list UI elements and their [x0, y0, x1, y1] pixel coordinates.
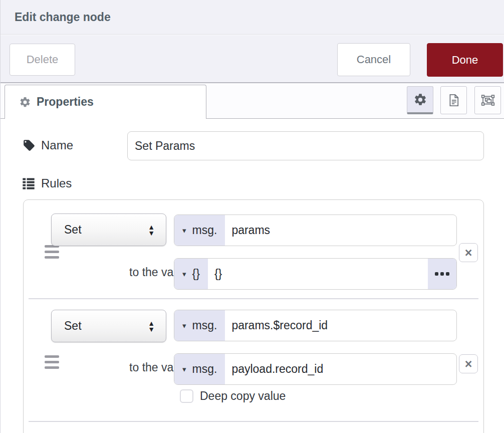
object-group-icon — [481, 93, 495, 107]
to-the-value-label: to the value — [54, 266, 189, 279]
name-label: Name — [41, 138, 73, 152]
remove-rule-button[interactable]: × — [459, 354, 478, 373]
property-type-button[interactable]: ▾ msg. — [174, 215, 225, 246]
remove-rule-button[interactable]: × — [459, 243, 478, 262]
rule-divider — [29, 421, 478, 422]
document-icon — [447, 93, 461, 107]
ellipsis-icon — [435, 272, 438, 276]
deep-copy-label: Deep copy value — [200, 389, 286, 403]
value-type-label: {} — [192, 267, 200, 281]
cancel-button[interactable]: Cancel — [337, 43, 410, 76]
rule-action-select[interactable]: Set ▲▼ — [51, 310, 166, 342]
caret-down-icon: ▾ — [182, 226, 186, 235]
dialog-title: Edit change node — [15, 0, 111, 35]
property-type-label: msg. — [192, 224, 217, 237]
to-the-value-label: to the value — [54, 361, 189, 374]
delete-button[interactable]: Delete — [10, 44, 75, 76]
dialog-button-bar: Delete Cancel Done — [1, 35, 504, 83]
rule-action-select[interactable]: Set ▲▼ — [51, 213, 166, 246]
properties-tab-button[interactable] — [407, 86, 433, 114]
edit-change-node-dialog: Edit change node Delete Cancel Done Prop… — [0, 0, 504, 433]
expand-editor-button[interactable] — [428, 259, 456, 289]
name-input[interactable] — [127, 131, 484, 160]
property-type-button[interactable]: ▾ msg. — [174, 310, 225, 341]
value-type-label: msg. — [192, 362, 217, 376]
rule-action-value: Set — [64, 319, 148, 333]
tab-bar: Properties — [1, 83, 504, 119]
caret-down-icon: ▾ — [182, 365, 186, 374]
rule-property-input[interactable]: ▾ msg. params — [174, 214, 457, 246]
rules-container: Set ▲▼ ▾ msg. params × to the value ▾ {}… — [23, 199, 484, 433]
rule-value-input[interactable]: ▾ msg. payload.record_id — [174, 353, 457, 385]
caret-down-icon: ▾ — [182, 270, 186, 279]
rules-label-row: Rules — [22, 176, 72, 190]
rules-label: Rules — [41, 176, 72, 190]
tag-icon — [23, 139, 36, 152]
tab-properties[interactable]: Properties — [5, 85, 206, 119]
close-icon: × — [465, 358, 472, 370]
rule-property-input[interactable]: ▾ msg. params.$record_id — [174, 310, 457, 341]
value-type-button[interactable]: ▾ {} — [174, 259, 208, 289]
property-value[interactable]: params — [225, 215, 456, 246]
rule-divider — [29, 298, 478, 299]
tab-properties-label: Properties — [37, 95, 94, 109]
value-type-button[interactable]: ▾ msg. — [174, 354, 225, 384]
deep-copy-checkbox[interactable] — [180, 389, 193, 403]
value-text[interactable]: payload.record_id — [225, 354, 456, 384]
select-arrows-icon: ▲▼ — [148, 320, 155, 332]
done-button[interactable]: Done — [427, 43, 503, 77]
rule-value-input[interactable]: ▾ {} {} — [174, 258, 457, 290]
caret-down-icon: ▾ — [182, 321, 186, 330]
gear-icon — [413, 93, 427, 107]
select-arrows-icon: ▲▼ — [148, 224, 155, 236]
appearance-tab-button[interactable] — [474, 86, 501, 114]
property-value[interactable]: params.$record_id — [225, 310, 456, 341]
value-text[interactable]: {} — [208, 259, 428, 289]
list-icon — [22, 176, 36, 190]
rule-drag-handle[interactable] — [45, 245, 59, 259]
deep-copy-row: Deep copy value — [180, 389, 286, 403]
name-label-row: Name — [23, 138, 73, 152]
dialog-header: Edit change node — [1, 0, 504, 35]
property-type-label: msg. — [192, 319, 217, 332]
description-tab-button[interactable] — [440, 86, 467, 114]
rule-action-value: Set — [64, 223, 148, 237]
gear-icon — [19, 96, 31, 108]
close-icon: × — [465, 247, 472, 259]
